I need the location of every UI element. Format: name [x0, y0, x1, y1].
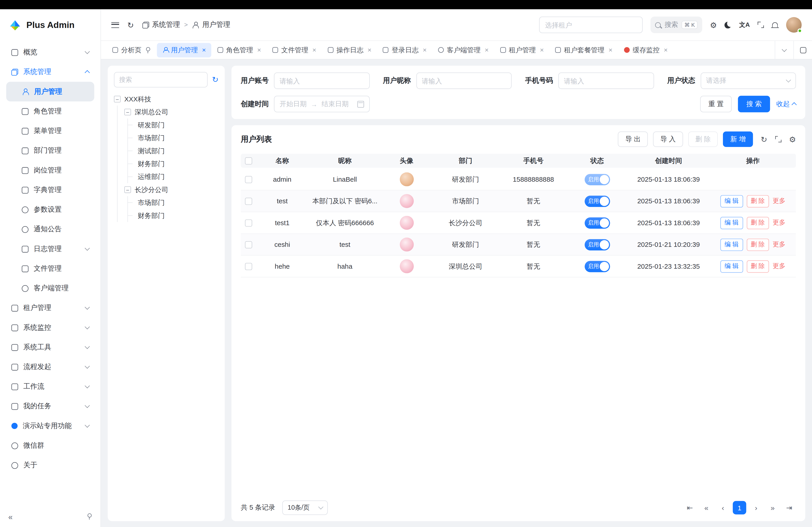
status-toggle[interactable]: 启用 [584, 239, 610, 251]
pin-icon[interactable] [86, 513, 92, 520]
row-checkbox[interactable] [245, 197, 252, 205]
sidebar-item-dept[interactable]: 部门管理 [6, 141, 94, 160]
sidebar-collapse-button[interactable]: « [8, 512, 13, 521]
row-checkbox[interactable] [245, 241, 252, 248]
tree-node[interactable]: −XXX科技 [114, 93, 219, 105]
more-button[interactable]: 更多 [772, 262, 785, 271]
nickname-input[interactable] [416, 72, 512, 89]
reset-button[interactable]: 重 置 [700, 96, 732, 112]
next-pages-button[interactable]: » [766, 501, 780, 514]
fullscreen-icon[interactable] [758, 21, 764, 28]
prev-pages-button[interactable]: « [700, 501, 713, 514]
search-button[interactable]: 搜 索 [738, 96, 770, 112]
tab-close-icon[interactable]: × [368, 46, 372, 54]
tab-cache-monitor[interactable]: 缓存监控× [619, 43, 673, 57]
account-input[interactable] [274, 72, 370, 89]
tab-close-icon[interactable]: × [313, 46, 316, 54]
next-page-button[interactable]: › [749, 501, 763, 514]
import-button[interactable]: 导 入 [653, 132, 683, 147]
row-delete-button[interactable]: 删 除 [746, 216, 769, 229]
edit-button[interactable]: 编 辑 [721, 195, 743, 207]
status-toggle[interactable]: 启用 [584, 260, 610, 272]
tab-close-icon[interactable]: × [540, 46, 544, 54]
language-icon[interactable]: 文A [739, 20, 750, 29]
page-size-select[interactable]: 10条/页 [282, 500, 328, 515]
status-toggle[interactable]: 启用 [584, 217, 610, 229]
dept-tree-refresh-icon[interactable]: ↻ [212, 75, 219, 84]
export-button[interactable]: 导 出 [618, 132, 648, 147]
tree-node[interactable]: 研发部门 [135, 119, 219, 132]
settings-gear-icon[interactable]: ⚙ [710, 21, 717, 29]
global-search[interactable]: 搜索 ⌘ K [651, 16, 702, 33]
tree-expander-icon[interactable]: − [124, 109, 131, 116]
user-avatar[interactable] [786, 17, 802, 33]
tab-role[interactable]: 角色管理× [212, 43, 266, 57]
sidebar-item-tools[interactable]: 系统工具 [6, 337, 94, 357]
tab-close-icon[interactable]: × [423, 46, 426, 54]
edit-button[interactable]: 编 辑 [721, 216, 743, 229]
collapse-filters-link[interactable]: 收起 [777, 100, 796, 109]
tab-close-icon[interactable]: × [257, 46, 261, 54]
more-button[interactable]: 更多 [772, 240, 785, 249]
row-checkbox[interactable] [245, 176, 252, 183]
sidebar-item-menu[interactable]: 菜单管理 [6, 121, 94, 141]
date-range-input[interactable]: 开始日期 → 结束日期 [274, 96, 370, 112]
dark-mode-icon[interactable] [725, 21, 731, 28]
tab-analysis[interactable]: 分析页 [107, 43, 156, 57]
last-page-button[interactable]: ⇥ [782, 501, 796, 514]
edit-button[interactable]: 编 辑 [721, 238, 743, 251]
refresh-icon[interactable]: ↻ [128, 21, 134, 29]
dept-search-input[interactable] [114, 72, 208, 88]
tab-tenant-package[interactable]: 租户套餐管理× [550, 43, 618, 57]
sidebar-item-tenant[interactable]: 租户管理 [6, 298, 94, 318]
sidebar-item-post[interactable]: 岗位管理 [6, 161, 94, 180]
tree-expander-icon[interactable]: − [124, 186, 131, 193]
select-all-checkbox[interactable] [245, 157, 252, 164]
more-button[interactable]: 更多 [772, 197, 785, 205]
tree-node[interactable]: 市场部门 [135, 132, 219, 144]
sidebar-item-dict[interactable]: 字典管理 [6, 180, 94, 200]
sidebar-item-flow-start[interactable]: 流程发起 [6, 357, 94, 377]
sidebar-item-client[interactable]: 客户端管理 [6, 278, 94, 298]
page-1-button[interactable]: 1 [733, 501, 746, 514]
row-checkbox[interactable] [245, 219, 252, 226]
row-delete-button[interactable]: 删 除 [746, 195, 769, 207]
tenant-select[interactable] [539, 16, 643, 33]
sidebar-item-system[interactable]: 系统管理 [6, 62, 94, 82]
sidebar-item-wechat[interactable]: 微信群 [6, 436, 94, 455]
edit-button[interactable]: 编 辑 [721, 260, 743, 272]
menu-toggle-icon[interactable] [112, 22, 119, 28]
first-page-button[interactable]: ⇤ [683, 501, 697, 514]
tab-close-icon[interactable]: × [202, 46, 206, 54]
sidebar-item-my-tasks[interactable]: 我的任务 [6, 396, 94, 416]
notifications-bell-icon[interactable] [772, 22, 778, 29]
sidebar-item-workflow[interactable]: 工作流 [6, 377, 94, 396]
status-toggle[interactable]: 启用 [584, 174, 610, 185]
sidebar-item-role[interactable]: 角色管理 [6, 102, 94, 121]
tab-list-dropdown[interactable] [775, 41, 794, 59]
table-settings-gear-icon[interactable]: ⚙ [789, 135, 796, 143]
sidebar-item-overview[interactable]: 概览 [6, 42, 94, 62]
more-button[interactable]: 更多 [772, 219, 785, 227]
breadcrumb-item-user[interactable]: 用户管理 [192, 20, 230, 30]
status-select[interactable]: 请选择 [700, 72, 796, 89]
table-fullscreen-icon[interactable] [775, 136, 781, 142]
tree-node[interactable]: −长沙分公司 [124, 183, 219, 196]
sidebar-item-notice[interactable]: 通知公告 [6, 219, 94, 239]
tab-close-icon[interactable]: × [485, 46, 489, 54]
breadcrumb-item-system[interactable]: 系统管理 [142, 20, 180, 30]
tab-tenant[interactable]: 租户管理× [495, 43, 549, 57]
tab-login-log[interactable]: 登录日志× [378, 43, 432, 57]
sidebar-item-user[interactable]: 用户管理 [6, 82, 94, 102]
tab-layout-button[interactable] [793, 41, 812, 59]
sidebar-item-log[interactable]: 日志管理 [6, 239, 94, 259]
tab-file[interactable]: 文件管理× [267, 43, 321, 57]
add-button[interactable]: 新 增 [723, 132, 753, 147]
sidebar-item-file[interactable]: 文件管理 [6, 259, 94, 278]
prev-page-button[interactable]: ‹ [716, 501, 730, 514]
tree-node[interactable]: 运维部门 [135, 170, 219, 183]
tab-close-icon[interactable]: × [609, 46, 612, 54]
tree-node[interactable]: 市场部门 [135, 196, 219, 209]
row-checkbox[interactable] [245, 262, 252, 270]
tree-node[interactable]: −深圳总公司 [124, 105, 219, 118]
